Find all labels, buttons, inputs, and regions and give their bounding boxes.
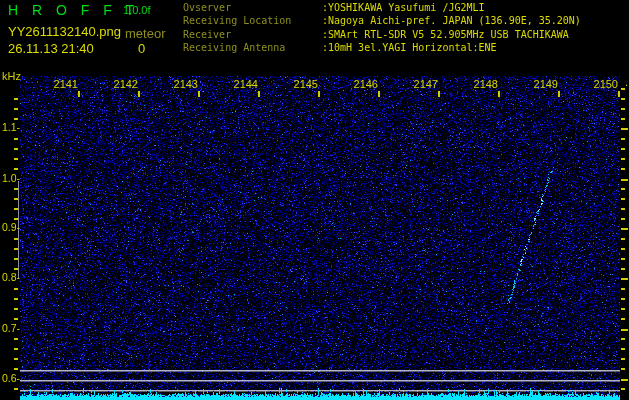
info-label-observer: Ovserver <box>183 3 231 13</box>
x-tick-label: 2146 <box>346 79 378 90</box>
x-tick-label: 2145 <box>286 79 318 90</box>
info-value-observer: :YOSHIKAWA Yasufumi /JG2MLI <box>322 3 485 13</box>
output-filename: YY2611132140.png <box>8 25 121 38</box>
hrofft-window: H R O F F T 1.0.0f YY2611132140.png mete… <box>0 0 629 400</box>
spectrogram-canvas <box>0 0 629 400</box>
app-title: H R O F F T <box>8 3 139 17</box>
y-tick-label: 0.8- <box>0 272 20 283</box>
x-axis-overflow-dot: . <box>614 77 628 88</box>
x-tick-label: 2149 <box>526 79 558 90</box>
info-label-receiver: Receiver <box>183 30 231 40</box>
mode-label: meteor <box>125 27 165 40</box>
meteor-count: 0 <box>138 42 145 55</box>
info-value-location: :Nagoya Aichi-pref. JAPAN (136.90E, 35.2… <box>322 16 581 26</box>
y-tick-label: 0.7- <box>0 323 20 334</box>
y-tick-label: 1.0- <box>0 173 20 184</box>
info-value-antenna: :10mH 3el.YAGI Horizontal:ENE <box>322 43 497 53</box>
y-tick-label: 0.6- <box>0 373 20 384</box>
y-axis-unit-label: kHz <box>2 71 21 82</box>
y-tick-label: 0.9- <box>0 222 20 233</box>
x-tick-label: 2147 <box>406 79 438 90</box>
x-tick-label: 2144 <box>226 79 258 90</box>
info-label-location: Receiving Location <box>183 16 291 26</box>
info-value-receiver: :SMArt RTL-SDR V5 52.905MHz USB TACHIKAW… <box>322 30 569 40</box>
x-tick-label: 2148 <box>466 79 498 90</box>
y-tick-label: 1.1- <box>0 122 20 133</box>
info-label-antenna: Receiving Antenna <box>183 43 285 53</box>
datetime-label: 26.11.13 21:40 <box>8 42 94 55</box>
app-version: 1.0.0f <box>123 5 151 16</box>
x-tick-label: 2141 <box>46 79 78 90</box>
x-tick-label: 2142 <box>106 79 138 90</box>
x-tick-label: 2143 <box>166 79 198 90</box>
